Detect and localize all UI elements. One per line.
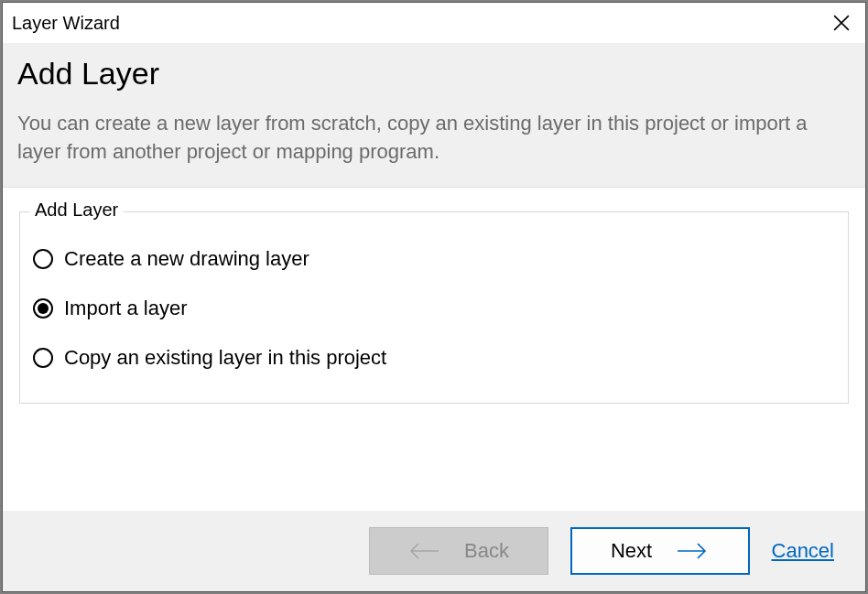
arrow-right-icon xyxy=(676,542,709,560)
page-description: You can create a new layer from scratch,… xyxy=(17,110,851,167)
next-button[interactable]: Next xyxy=(570,527,750,575)
radio-create-new-layer[interactable]: Create a new drawing layer xyxy=(33,247,835,271)
radio-label: Copy an existing layer in this project xyxy=(64,346,386,370)
close-button[interactable] xyxy=(827,8,856,38)
cancel-link[interactable]: Cancel xyxy=(772,539,834,563)
wizard-header: Add Layer You can create a new layer fro… xyxy=(3,43,865,188)
add-layer-group: Add Layer Create a new drawing layer Imp… xyxy=(19,211,849,404)
back-button[interactable]: Back xyxy=(369,527,548,575)
radio-label: Create a new drawing layer xyxy=(64,247,309,271)
radio-copy-existing-layer[interactable]: Copy an existing layer in this project xyxy=(33,346,835,370)
close-icon xyxy=(833,15,850,31)
back-button-label: Back xyxy=(464,539,509,563)
group-legend: Add Layer xyxy=(29,200,124,221)
radio-icon xyxy=(33,249,53,269)
wizard-content: Add Layer Create a new drawing layer Imp… xyxy=(3,188,865,511)
next-button-label: Next xyxy=(611,539,652,563)
window-title: Layer Wizard xyxy=(12,13,120,34)
radio-import-layer[interactable]: Import a layer xyxy=(33,297,835,320)
layer-wizard-dialog: Layer Wizard Add Layer You can create a … xyxy=(2,2,866,592)
radio-dot-icon xyxy=(38,303,49,314)
radio-icon xyxy=(33,348,53,368)
titlebar: Layer Wizard xyxy=(3,3,865,43)
wizard-footer: Back Next Cancel xyxy=(3,511,865,591)
radio-label: Import a layer xyxy=(64,297,188,320)
radio-icon xyxy=(33,298,53,319)
arrow-left-icon xyxy=(407,542,440,560)
page-title: Add Layer xyxy=(17,56,851,92)
